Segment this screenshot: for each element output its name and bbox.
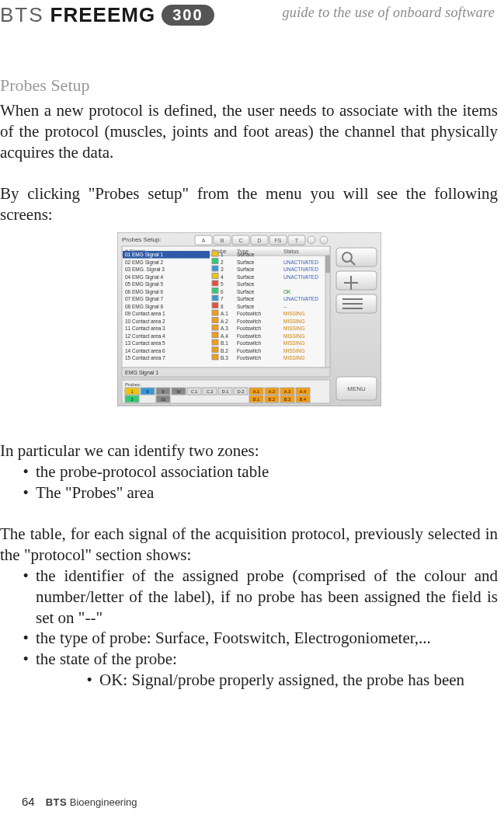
svg-text:B.3: B.3	[283, 397, 290, 402]
bullet-2c: the state of the probe:	[36, 649, 498, 670]
svg-text:A.2: A.2	[268, 389, 274, 394]
brand-bts: BTS	[0, 3, 44, 27]
svg-text:IV: IV	[176, 389, 181, 394]
svg-rect-33	[212, 266, 218, 271]
svg-text:B: B	[220, 238, 224, 243]
svg-rect-52	[212, 295, 218, 301]
bullet-2b: the type of probe: Surface, Footswitch, …	[36, 628, 498, 649]
svg-rect-67	[212, 318, 218, 323]
svg-text:A.3: A.3	[283, 389, 290, 394]
svg-text:Surface: Surface	[237, 259, 255, 265]
svg-text:C.2: C.2	[206, 389, 213, 394]
svg-text:B.1: B.1	[221, 340, 228, 346]
svg-text:05 EMG Signal 5: 05 EMG Signal 5	[125, 281, 164, 287]
svg-text:Footswitch: Footswitch	[237, 355, 261, 360]
svg-text:B.3: B.3	[221, 355, 228, 360]
svg-text:UNACTIVATED: UNACTIVATED	[283, 296, 318, 301]
brand-freeemg: FREEEMG	[50, 3, 156, 27]
footer-brand-rest: Bioengineering	[70, 796, 137, 808]
svg-rect-24	[212, 251, 218, 256]
svg-text:UNACTIVATED: UNACTIVATED	[283, 266, 318, 272]
svg-text:UNACTIVATED: UNACTIVATED	[283, 259, 318, 265]
svg-text:B.1: B.1	[252, 397, 259, 402]
svg-text:09 Contact area 1: 09 Contact area 1	[125, 311, 165, 316]
svg-text:A.1: A.1	[221, 311, 228, 316]
section-title: Probes Setup	[0, 75, 498, 96]
svg-text:04 EMG Signal 4: 04 EMG Signal 4	[125, 274, 164, 280]
svg-text:Footswitch: Footswitch	[237, 319, 261, 324]
svg-text:Surface: Surface	[237, 296, 255, 301]
svg-text:--: --	[283, 304, 287, 309]
svg-text:1: 1	[130, 389, 133, 394]
svg-text:MISSING: MISSING	[283, 340, 304, 346]
svg-rect-28	[212, 259, 218, 264]
paragraph-1: When a new protocol is defined, the user…	[0, 100, 498, 163]
svg-text:MISSING: MISSING	[283, 319, 304, 324]
svg-text:6: 6	[221, 289, 224, 294]
svg-text:01 EMG Signal 1: 01 EMG Signal 1	[125, 252, 164, 258]
bullet-list-2: • the identifier of the assigned probe (…	[0, 566, 498, 670]
svg-text:B.2: B.2	[221, 348, 228, 354]
svg-rect-87	[212, 347, 218, 353]
svg-text:7: 7	[221, 296, 224, 301]
svg-text:UNACTIVATED: UNACTIVATED	[283, 274, 318, 280]
bullet-2a: the identifier of the assigned probe (co…	[36, 566, 498, 629]
svg-text:2: 2	[221, 259, 224, 265]
svg-text:Surface: Surface	[237, 266, 255, 272]
svg-text:02 EMG Signal 2: 02 EMG Signal 2	[125, 259, 164, 266]
svg-text:Footswitch: Footswitch	[237, 348, 261, 354]
svg-text:B.4: B.4	[299, 397, 305, 402]
svg-text:Surface: Surface	[237, 281, 255, 287]
svg-text:08 EMG Signal 8: 08 EMG Signal 8	[125, 304, 164, 310]
svg-text:Footswitch: Footswitch	[237, 333, 261, 339]
svg-text:OK: OK	[283, 289, 291, 294]
svg-text:MISSING: MISSING	[283, 348, 304, 354]
svg-text:A.1: A.1	[252, 389, 259, 394]
svg-rect-57	[212, 303, 218, 308]
bullet-list-3: • OK: Signal/probe properly assigned, th…	[0, 670, 498, 691]
svg-rect-82	[212, 340, 218, 345]
paragraph-2: By clicking "Probes setup" from the menu…	[0, 183, 498, 225]
bullet-3a: OK: Signal/probe properly assigned, the …	[99, 670, 498, 691]
svg-text:B.2: B.2	[268, 397, 274, 402]
paragraph-4: The table, for each signal of the acquis…	[0, 524, 498, 566]
svg-text:03 EMG. Signal 3: 03 EMG. Signal 3	[125, 266, 165, 273]
svg-text:3: 3	[130, 397, 133, 402]
svg-text:4: 4	[221, 274, 224, 280]
svg-text:A.2: A.2	[221, 319, 228, 324]
svg-rect-77	[212, 333, 218, 338]
probes-setup-screenshot: Probes Setup: ABCDFST # SignalProbeTypeS…	[0, 232, 498, 406]
svg-text:A.4: A.4	[299, 389, 305, 394]
svg-text:C: C	[238, 238, 242, 243]
svg-text:A.3: A.3	[221, 326, 228, 331]
svg-text:14 Contact area 6: 14 Contact area 6	[125, 348, 165, 354]
page-header: BTS FREEEMG 300 guide to the use of onbo…	[0, 0, 498, 27]
svg-rect-72	[212, 325, 218, 330]
svg-text:Probes Setup:: Probes Setup:	[122, 236, 162, 243]
svg-text:Footswitch: Footswitch	[237, 326, 261, 331]
svg-text:MISSING: MISSING	[283, 355, 304, 360]
brand-logo: BTS FREEEMG 300	[0, 3, 214, 27]
probes-setup-svg: Probes Setup: ABCDFST # SignalProbeTypeS…	[117, 232, 381, 406]
svg-text:Surface: Surface	[237, 274, 255, 280]
svg-text:MISSING: MISSING	[283, 326, 304, 331]
svg-text:06 EMG Signal 6: 06 EMG Signal 6	[125, 289, 164, 295]
svg-text:D.1: D.1	[221, 389, 228, 394]
svg-text:11 Contact area 3: 11 Contact area 3	[125, 326, 165, 331]
svg-text:Surface: Surface	[237, 304, 255, 309]
bullet-1b: The "Probes" area	[36, 482, 498, 503]
svg-text:10 Contact area 2: 10 Contact area 2	[125, 319, 165, 324]
svg-rect-38	[212, 273, 218, 279]
svg-text:8: 8	[221, 304, 224, 309]
svg-text:Surface: Surface	[237, 252, 255, 257]
svg-text:MISSING: MISSING	[283, 311, 304, 316]
svg-text:FS: FS	[274, 238, 281, 243]
svg-text:12 Contact area 4: 12 Contact area 4	[125, 333, 165, 339]
svg-text:1: 1	[221, 252, 224, 257]
svg-point-15	[320, 236, 328, 244]
svg-point-14	[308, 236, 315, 244]
svg-text:A: A	[201, 238, 205, 243]
bullet-1a: the probe-protocol association table	[36, 462, 498, 482]
svg-rect-43	[212, 280, 218, 286]
bullet-list-1: • the probe-protocol association table •…	[0, 462, 498, 503]
